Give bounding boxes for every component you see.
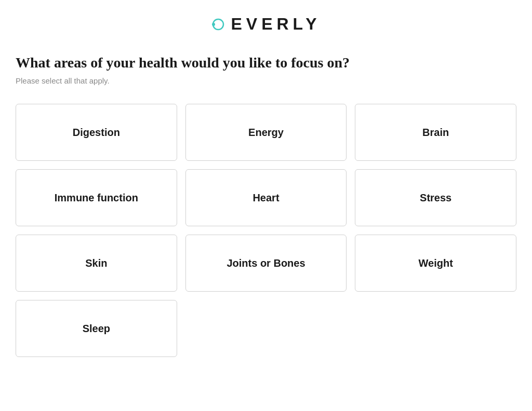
option-brain[interactable]: Brain bbox=[355, 104, 516, 161]
option-label-skin: Skin bbox=[85, 257, 107, 269]
page-header: EVERLY bbox=[0, 0, 532, 44]
option-heart[interactable]: Heart bbox=[185, 169, 347, 226]
option-label-stress: Stress bbox=[420, 192, 451, 204]
svg-point-1 bbox=[212, 23, 215, 26]
option-joints-or-bones[interactable]: Joints or Bones bbox=[185, 235, 347, 292]
option-label-joints-or-bones: Joints or Bones bbox=[227, 257, 305, 269]
question-subtitle: Please select all that apply. bbox=[16, 76, 516, 85]
option-stress[interactable]: Stress bbox=[355, 169, 516, 226]
option-label-brain: Brain bbox=[422, 127, 449, 139]
option-label-digestion: Digestion bbox=[73, 127, 120, 139]
main-content: What areas of your health would you like… bbox=[0, 44, 532, 373]
option-sleep[interactable]: Sleep bbox=[16, 300, 177, 357]
option-label-weight: Weight bbox=[419, 257, 453, 269]
options-grid: Digestion Energy Brain Immune function H… bbox=[16, 104, 516, 357]
option-immune-function[interactable]: Immune function bbox=[16, 169, 177, 226]
logo-text: EVERLY bbox=[231, 15, 321, 34]
question-title: What areas of your health would you like… bbox=[16, 54, 516, 71]
logo-icon bbox=[211, 17, 225, 32]
logo: EVERLY bbox=[211, 15, 321, 34]
option-energy[interactable]: Energy bbox=[185, 104, 347, 161]
option-label-energy: Energy bbox=[248, 127, 284, 139]
option-skin[interactable]: Skin bbox=[16, 235, 177, 292]
option-label-sleep: Sleep bbox=[83, 323, 110, 335]
option-weight[interactable]: Weight bbox=[355, 235, 516, 292]
option-digestion[interactable]: Digestion bbox=[16, 104, 177, 161]
option-label-immune-function: Immune function bbox=[55, 192, 138, 204]
option-label-heart: Heart bbox=[252, 192, 279, 204]
